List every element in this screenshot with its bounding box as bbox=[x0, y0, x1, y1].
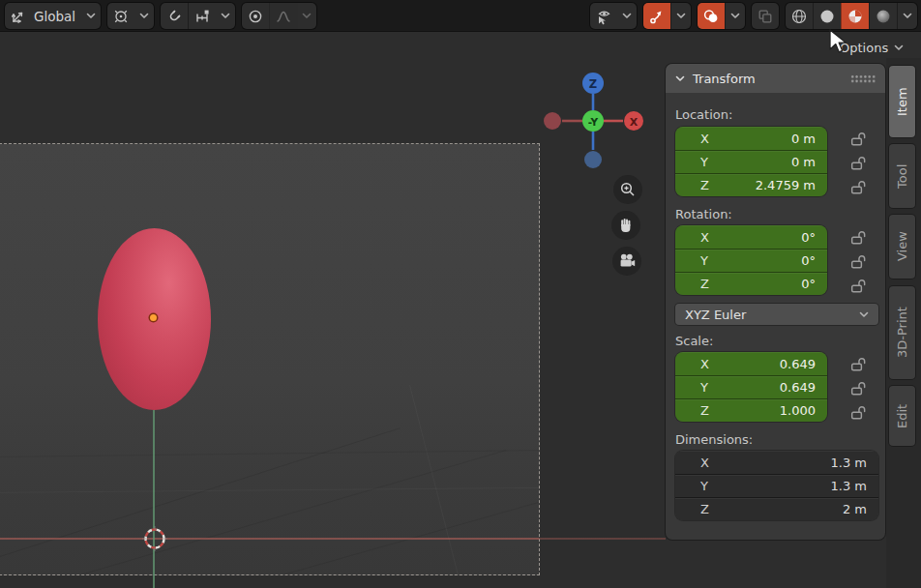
lock-scale-y-icon[interactable] bbox=[849, 380, 866, 397]
axis-value: 2 m bbox=[843, 502, 867, 516]
dimensions-x-field[interactable]: X 1.3 m bbox=[675, 451, 878, 474]
chevron-down-icon bbox=[894, 44, 904, 51]
panel-grip-icon[interactable] bbox=[850, 74, 876, 83]
snap-magnet-toggle[interactable] bbox=[161, 3, 188, 29]
pan-button[interactable] bbox=[611, 211, 640, 240]
dimensions-label: Dimensions: bbox=[675, 432, 753, 447]
camera-view-button[interactable] bbox=[612, 247, 641, 276]
axis-value: 0 m bbox=[791, 155, 816, 169]
lock-rotation-y-icon[interactable] bbox=[849, 253, 866, 270]
sidebar-tabs: Item Tool View 3D-Print Edit bbox=[886, 58, 921, 588]
shading-rendered-icon[interactable] bbox=[869, 3, 897, 29]
lock-scale-z-icon[interactable] bbox=[849, 404, 866, 421]
axis-label: X bbox=[700, 132, 709, 146]
y-axis-line bbox=[153, 410, 155, 588]
chevron-down-icon bbox=[297, 3, 316, 29]
lock-location-x-icon[interactable] bbox=[849, 131, 866, 147]
dimensions-z-field[interactable]: Z 2 m bbox=[675, 497, 878, 520]
tab-3d-print[interactable]: 3D-Print bbox=[889, 286, 915, 379]
axis-label: Y bbox=[700, 253, 708, 268]
viewport-header: Global bbox=[0, 0, 921, 32]
zoom-button[interactable] bbox=[613, 175, 642, 204]
location-label: Location: bbox=[675, 107, 732, 122]
tab-label: Edit bbox=[895, 403, 909, 427]
rotation-mode-dropdown[interactable]: XYZ Euler bbox=[675, 304, 878, 325]
chevron-down-icon[interactable] bbox=[670, 3, 691, 29]
axis-label: Y bbox=[700, 155, 708, 169]
camera-bounds bbox=[0, 143, 540, 575]
shading-modes bbox=[786, 3, 917, 29]
x-axis-line bbox=[0, 538, 666, 540]
proportional-edit-group bbox=[242, 3, 316, 29]
pivot-point-dropdown[interactable] bbox=[107, 3, 154, 29]
rotation-z-field[interactable]: Z 0° bbox=[675, 272, 827, 295]
pan-hand-icon bbox=[617, 217, 635, 234]
axis-label: Z bbox=[700, 178, 709, 192]
overlays-group bbox=[698, 3, 745, 29]
axis-value: 0° bbox=[801, 230, 816, 245]
navigation-gizmo[interactable]: Z X -Y bbox=[538, 66, 648, 174]
axis-value: 1.3 m bbox=[831, 456, 867, 470]
mouse-cursor bbox=[827, 28, 848, 57]
gizmos-toggle[interactable] bbox=[643, 3, 670, 29]
location-y-field[interactable]: Y 0 m bbox=[675, 150, 827, 173]
chevron-down-icon bbox=[134, 3, 154, 29]
axis-label: Z bbox=[700, 403, 709, 418]
axis-value: 1.000 bbox=[780, 403, 816, 418]
options-dropdown[interactable]: Options bbox=[840, 37, 904, 58]
axis-value: 2.4759 m bbox=[756, 178, 816, 192]
snap-target-icon[interactable] bbox=[188, 3, 216, 29]
proportional-editing-toggle[interactable] bbox=[242, 3, 269, 29]
gizmo-x-label: X bbox=[630, 116, 639, 129]
viewport-toggles-right bbox=[590, 3, 917, 29]
tab-edit[interactable]: Edit bbox=[889, 386, 915, 446]
rotation-mode-value: XYZ Euler bbox=[685, 308, 746, 322]
pivot-point-icon bbox=[107, 3, 134, 29]
tab-label: View bbox=[895, 232, 909, 262]
gizmo-z-label: Z bbox=[589, 77, 597, 91]
rotation-x-field[interactable]: X 0° bbox=[675, 225, 827, 249]
tab-view[interactable]: View bbox=[889, 215, 915, 279]
lock-rotation-z-icon[interactable] bbox=[849, 278, 866, 294]
location-fields: X 0 m Y 0 m Z 2.4759 m bbox=[675, 127, 827, 196]
axis-label: Z bbox=[700, 277, 709, 291]
dimensions-y-field[interactable]: Y 1.3 m bbox=[675, 474, 878, 497]
overlays-toggle[interactable] bbox=[698, 3, 725, 29]
transform-orientation-dropdown[interactable]: Global bbox=[5, 3, 101, 29]
orientation-label: Global bbox=[32, 9, 81, 24]
scale-y-field[interactable]: Y 0.649 bbox=[675, 375, 827, 398]
chevron-down-icon[interactable] bbox=[725, 3, 745, 29]
tab-item[interactable]: Item bbox=[889, 66, 915, 137]
lock-scale-x-icon[interactable] bbox=[849, 356, 866, 372]
shading-solid-icon[interactable] bbox=[813, 3, 841, 29]
visibility-dropdown[interactable] bbox=[590, 3, 637, 29]
scale-label: Scale: bbox=[675, 334, 713, 348]
tab-tool[interactable]: Tool bbox=[889, 144, 915, 208]
xray-toggle[interactable] bbox=[752, 3, 779, 29]
lock-rotation-x-icon[interactable] bbox=[849, 229, 866, 246]
scale-z-field[interactable]: Z 1.000 bbox=[675, 398, 827, 422]
lock-location-z-icon[interactable] bbox=[849, 179, 866, 195]
shading-wireframe-icon[interactable] bbox=[786, 3, 813, 29]
snap-group bbox=[161, 3, 235, 29]
chevron-down-icon[interactable] bbox=[897, 3, 917, 29]
transform-orientation-icon bbox=[5, 3, 32, 29]
axis-label: X bbox=[700, 230, 709, 245]
axis-label: X bbox=[700, 456, 709, 470]
location-x-field[interactable]: X 0 m bbox=[675, 127, 827, 150]
transform-panel-header[interactable]: Transform bbox=[666, 64, 885, 93]
grid-lines bbox=[0, 144, 539, 574]
location-z-field[interactable]: Z 2.4759 m bbox=[675, 173, 827, 196]
axis-value: 0 m bbox=[791, 132, 816, 146]
dimensions-fields: X 1.3 m Y 1.3 m Z 2 m bbox=[675, 451, 878, 520]
chevron-down-icon bbox=[81, 3, 101, 29]
axis-value: 0.649 bbox=[780, 357, 816, 371]
object-origin-dot bbox=[150, 314, 157, 321]
proportional-falloff-icon[interactable] bbox=[269, 3, 297, 29]
visibility-icon bbox=[590, 3, 617, 29]
lock-location-y-icon[interactable] bbox=[849, 155, 866, 171]
rotation-y-field[interactable]: Y 0° bbox=[675, 249, 827, 272]
scale-x-field[interactable]: X 0.649 bbox=[675, 352, 827, 375]
gizmo-neg-x-axis bbox=[544, 112, 561, 130]
shading-material-icon[interactable] bbox=[841, 3, 869, 29]
